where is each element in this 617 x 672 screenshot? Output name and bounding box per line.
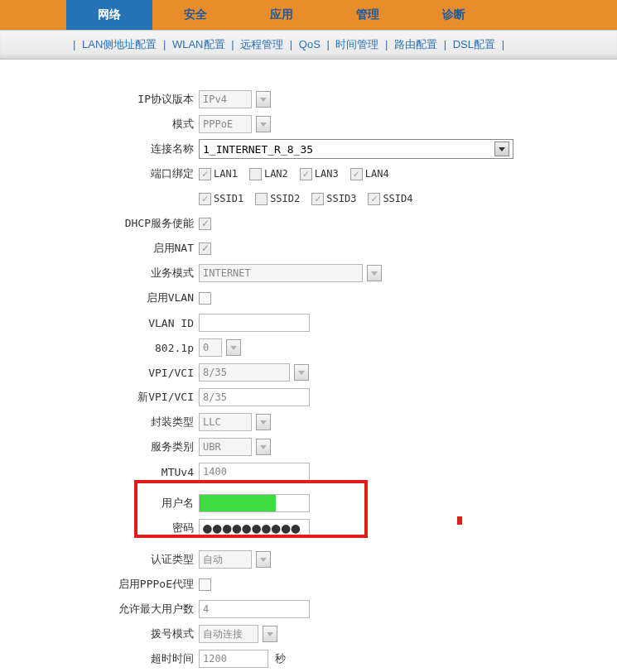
checkbox-ssid2[interactable] <box>255 193 268 205</box>
label-vlan-id: VLAN ID <box>0 317 199 329</box>
label-8021p: 802.1p <box>0 342 199 354</box>
label-nat: 启用NAT <box>0 241 199 256</box>
dropdown-icon[interactable] <box>367 265 382 281</box>
checkbox-ssid4[interactable] <box>368 193 380 205</box>
subnav-lan[interactable]: LAN侧地址配置 <box>82 38 157 50</box>
red-marker <box>457 516 462 525</box>
dropdown-icon[interactable] <box>256 116 271 132</box>
conn-name-value: 1_INTERNET_R_8_35 <box>203 143 313 156</box>
subnav-time[interactable]: 时间管理 <box>335 38 378 50</box>
checkbox-pppoe-proxy[interactable] <box>199 578 211 591</box>
input-timeout[interactable] <box>199 650 268 668</box>
label-vlan: 启用VLAN <box>0 290 199 305</box>
separator: | <box>385 38 388 50</box>
label-dhcp: DHCP服务使能 <box>0 216 199 231</box>
checkbox-lan2[interactable] <box>249 168 262 180</box>
label-lan4: LAN4 <box>365 168 389 180</box>
tab-manage[interactable]: 管理 <box>325 0 411 30</box>
select-dial-mode[interactable]: 自动连接 <box>199 625 258 643</box>
label-encap: 封装类型 <box>0 415 199 430</box>
separator: | <box>73 38 75 50</box>
separator: | <box>163 38 166 50</box>
checkbox-lan4[interactable] <box>350 168 363 180</box>
label-vpi-vci: VPI/VCI <box>0 367 199 379</box>
select-conn-name[interactable]: 1_INTERNET_R_8_35 <box>199 139 513 159</box>
subnav-qos[interactable]: QoS <box>299 38 321 50</box>
unit-seconds: 秒 <box>275 651 286 666</box>
select-vpi-vci[interactable]: 8/35 <box>199 363 290 382</box>
dropdown-icon[interactable] <box>494 142 509 156</box>
select-svc-mode[interactable]: INTERNET <box>199 264 363 282</box>
select-svc-cat[interactable]: UBR <box>199 438 252 456</box>
label-mode: 模式 <box>0 117 199 132</box>
top-nav: 网络 安全 应用 管理 诊断 <box>0 0 617 30</box>
label-lan3: LAN3 <box>315 168 339 180</box>
select-ip-version[interactable]: IPv4 <box>199 90 252 108</box>
label-conn-name: 连接名称 <box>0 142 199 156</box>
checkbox-lan1[interactable] <box>199 168 211 180</box>
input-user[interactable] <box>199 494 310 512</box>
input-pwd[interactable]: ●●●●●●●●●● <box>199 519 310 537</box>
label-timeout: 超时时间 <box>0 651 199 666</box>
label-dial-mode: 拨号模式 <box>0 626 199 641</box>
checkbox-ssid3[interactable] <box>311 193 324 205</box>
dropdown-icon[interactable] <box>226 339 241 356</box>
checkbox-vlan[interactable] <box>199 292 211 305</box>
label-ssid1: SSID1 <box>214 193 243 204</box>
sub-nav: | LAN侧地址配置 | WLAN配置 | 远程管理 | QoS | 时间管理 … <box>0 30 617 60</box>
select-mode[interactable]: PPPoE <box>199 115 252 133</box>
label-ssid4: SSID4 <box>383 193 412 204</box>
dropdown-icon[interactable] <box>256 551 271 568</box>
checkbox-lan3[interactable] <box>300 168 312 180</box>
dropdown-icon[interactable] <box>294 364 309 381</box>
subnav-dsl[interactable]: DSL配置 <box>453 38 495 50</box>
tab-app[interactable]: 应用 <box>239 0 325 30</box>
separator: | <box>326 38 329 50</box>
select-auth[interactable]: 自动 <box>199 550 252 569</box>
tab-network[interactable]: 网络 <box>66 0 152 30</box>
input-vlan-id[interactable] <box>199 314 310 332</box>
separator: | <box>444 38 446 50</box>
dropdown-icon[interactable] <box>256 414 271 430</box>
form-area: IP协议版本 IPv4 模式 PPPoE 连接名称 1_INTERNET_R_8… <box>0 60 617 672</box>
label-svc-cat: 服务类别 <box>0 439 199 454</box>
subnav-wlan[interactable]: WLAN配置 <box>172 38 225 50</box>
label-user: 用户名 <box>0 496 199 511</box>
label-lan1: LAN1 <box>214 168 238 180</box>
select-8021p[interactable]: 0 <box>199 338 222 357</box>
label-lan2: LAN2 <box>264 168 288 180</box>
separator: | <box>231 38 234 50</box>
subnav-route[interactable]: 路由配置 <box>394 38 437 50</box>
checkbox-nat[interactable] <box>199 242 211 255</box>
label-svc-mode: 业务模式 <box>0 266 199 281</box>
tab-security[interactable]: 安全 <box>152 0 239 30</box>
label-ssid3: SSID3 <box>326 193 356 204</box>
select-encap[interactable]: LLC <box>199 413 252 431</box>
label-max-users: 允许最大用户数 <box>0 602 199 617</box>
separator: | <box>290 38 292 50</box>
label-pwd: 密码 <box>0 521 199 535</box>
checkbox-ssid1[interactable] <box>199 193 211 205</box>
input-max-users[interactable] <box>199 600 310 618</box>
separator: | <box>502 38 504 50</box>
label-ssid2: SSID2 <box>270 193 300 204</box>
subnav-remote[interactable]: 远程管理 <box>240 38 283 50</box>
input-new-vpi-vci[interactable] <box>199 388 310 406</box>
label-port-bind: 端口绑定 <box>0 166 199 181</box>
dropdown-icon[interactable] <box>256 439 271 455</box>
dropdown-icon[interactable] <box>256 91 271 108</box>
label-new-vpi-vci: 新VPI/VCI <box>0 390 199 405</box>
tab-diag[interactable]: 诊断 <box>411 0 497 30</box>
label-pppoe-proxy: 启用PPPoE代理 <box>0 577 199 592</box>
input-mtu[interactable] <box>199 463 310 481</box>
label-ip-version: IP协议版本 <box>0 92 199 107</box>
label-auth: 认证类型 <box>0 552 199 567</box>
checkbox-dhcp[interactable] <box>199 218 211 230</box>
dropdown-icon[interactable] <box>263 626 277 642</box>
label-mtu: MTUv4 <box>0 466 199 478</box>
